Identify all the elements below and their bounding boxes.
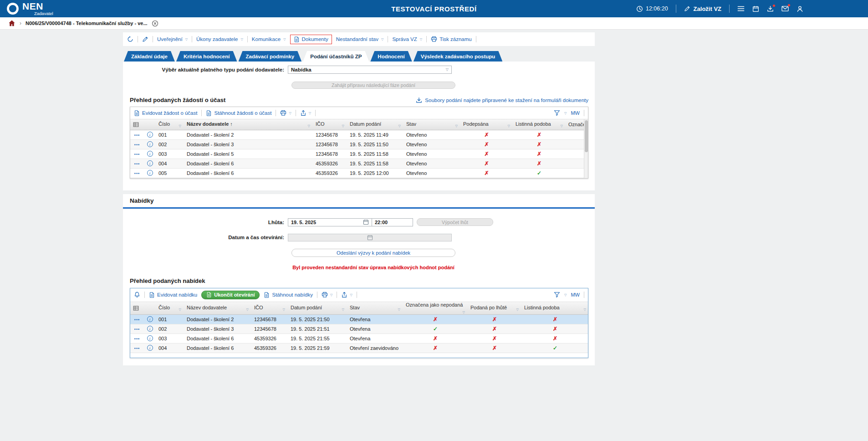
filter-button[interactable] (554, 292, 560, 298)
menu-nestandardni-stav[interactable]: Nestandardní stav▽ (336, 36, 384, 42)
col-stav[interactable]: Stav▽ (347, 302, 403, 315)
table-row[interactable]: ••• i 003 Dodavatel - školení 6 45359326… (130, 333, 588, 343)
next-phase-button[interactable]: Zahájit přípravu následující fáze podání (291, 82, 455, 89)
filter-icon[interactable]: ▽ (584, 308, 586, 312)
evidovat-zadost-button[interactable]: Evidovat žádost o účast (134, 110, 197, 116)
mw-button[interactable]: MW (571, 292, 580, 297)
col-ico[interactable]: IČO▽ (251, 302, 288, 315)
col-ico[interactable]: IČO▽ (313, 119, 347, 130)
create-vz-button[interactable]: Založit VZ (684, 5, 721, 12)
type-select[interactable]: Nabídka ▽ (288, 66, 452, 74)
deadline-field[interactable]: 19. 5. 2025 (288, 218, 372, 226)
menu-sprava-vz[interactable]: Správa VZ▽ (392, 36, 422, 42)
col-nazev-dodavatele[interactable]: Název dodavatele▽ (184, 302, 251, 315)
row-actions-icon[interactable]: ••• (134, 327, 140, 332)
info-icon[interactable]: i (147, 170, 153, 176)
filter-icon[interactable]: ▽ (463, 311, 465, 314)
menu-icon[interactable] (737, 5, 745, 12)
scrollbar-thumb[interactable] (585, 120, 588, 152)
podani-files-link[interactable]: Soubory podání najdete připravené ke sta… (416, 97, 588, 103)
breadcrumb-item[interactable]: N006/25/V00004748 - Telekomunikační služ… (26, 21, 148, 26)
filter-icon[interactable]: ▽ (179, 124, 181, 128)
calendar-icon[interactable] (363, 219, 369, 225)
tab-kriteria-hodnoceni[interactable]: Kritéria hodnocení (176, 51, 237, 62)
col-nazev-dodavatele[interactable]: Název dodavatele↑▽ (184, 119, 313, 130)
table-row[interactable]: ••• i 004 Dodavatel - školení 6 45359326… (130, 159, 588, 168)
col-podana-po-lhute[interactable]: Podaná po lhůtě▽ (468, 302, 521, 315)
table-row[interactable]: ••• i 002 Dodavatel - školení 3 12345678… (130, 139, 588, 149)
info-icon[interactable]: i (147, 316, 153, 322)
filter-icon[interactable]: ▽ (455, 124, 458, 128)
col-select[interactable] (130, 119, 156, 130)
table-row[interactable]: ••• i 001 Dodavatel - školení 2 12345678… (130, 130, 588, 139)
info-icon[interactable]: i (147, 141, 153, 147)
messages-icon[interactable] (781, 5, 789, 12)
col-cislo[interactable]: Číslo▽ (156, 302, 184, 315)
info-icon[interactable]: i (147, 326, 153, 332)
calendar-icon[interactable] (752, 5, 759, 12)
filter-icon[interactable]: ▽ (508, 124, 510, 128)
tab-zakladni-udaje[interactable]: Základní údaje (124, 51, 175, 62)
tab-vysledek-zadavaciho-postupu[interactable]: Výsledek zadávacího postupu (414, 51, 503, 62)
table-row[interactable]: ••• i 002 Dodavatel - školení 3 12345678… (130, 324, 588, 333)
row-actions-icon[interactable]: ••• (134, 171, 140, 176)
send-call-button[interactable]: Odeslání výzvy k podání nabídek (291, 249, 455, 257)
table-scrollbar[interactable] (584, 119, 588, 178)
row-actions-icon[interactable]: ••• (134, 318, 140, 322)
table-row[interactable]: ••• i 005 Dodavatel - školení 6 45359326… (130, 168, 588, 178)
row-actions-icon[interactable]: ••• (134, 133, 140, 138)
calc-deadlines-button[interactable]: Výpočet lhůt (417, 218, 493, 226)
col-datum-podani[interactable]: Datum podání▽ (347, 119, 403, 130)
filter-icon[interactable]: ▽ (308, 124, 310, 128)
filter-icon[interactable]: ▽ (398, 124, 401, 128)
info-icon[interactable]: i (147, 335, 153, 341)
col-podepsana[interactable]: Podepsána▽ (460, 119, 513, 130)
info-icon[interactable]: i (147, 345, 153, 351)
info-icon[interactable]: i (147, 132, 153, 138)
home-icon[interactable] (8, 20, 15, 27)
stahnout-nabidky-button[interactable]: Stáhnout nabídky (264, 292, 313, 298)
row-actions-icon[interactable]: ••• (134, 346, 140, 351)
tab-podani-ucastniku-zp[interactable]: Podání účastníků ZP (303, 51, 369, 62)
col-select[interactable] (130, 302, 156, 315)
tab-zadavaci-podminky[interactable]: Zadávací podmínky (239, 51, 302, 62)
evidovat-nabidku-button[interactable]: Evidovat nabídku (149, 292, 197, 298)
filter-icon[interactable]: ▽ (516, 308, 519, 312)
filter-icon[interactable]: ▽ (283, 308, 285, 312)
stahnout-zadosti-button[interactable]: Stáhnout žádosti o účast (206, 110, 271, 116)
col-datum-podani[interactable]: Datum podání▽ (288, 302, 347, 315)
history-button[interactable] (127, 36, 133, 42)
col-stav[interactable]: Stav▽ (403, 119, 460, 130)
row-actions-icon[interactable]: ••• (134, 143, 140, 147)
info-icon[interactable]: i (147, 151, 153, 157)
menu-komunikace[interactable]: Komunikace▽ (252, 36, 286, 42)
row-actions-icon[interactable]: ••• (134, 337, 140, 341)
profile-icon[interactable] (797, 5, 803, 12)
col-oznacena-jako-nepodana[interactable]: Označena jako nepodaná▽ (403, 302, 468, 315)
filter-icon[interactable]: ▽ (179, 308, 181, 312)
deadline-time-field[interactable]: 22:00 (372, 218, 413, 226)
edit-record-button[interactable] (142, 36, 148, 42)
print-table-button[interactable]: ▽ (280, 110, 291, 116)
filter-button[interactable] (554, 110, 560, 116)
col-listinna-podoba[interactable]: Listinná podoba▽ (513, 119, 566, 130)
print-table-button[interactable]: ▽ (322, 292, 332, 298)
menu-tisk-zaznamu[interactable]: Tisk záznamu (431, 36, 472, 42)
table-row[interactable]: ••• i 001 Dodavatel - školení 2 12345678… (130, 314, 588, 324)
menu-uverejneni[interactable]: Uveřejnění▽ (157, 36, 188, 42)
filter-icon[interactable]: ▽ (342, 124, 344, 128)
filter-icon[interactable]: ▽ (246, 308, 249, 312)
menu-ukony-zadavatele[interactable]: Úkony zadavatele▽ (196, 36, 243, 42)
downloads-icon[interactable] (767, 5, 774, 12)
menu-dokumenty[interactable]: Dokumenty (290, 35, 332, 44)
filter-icon[interactable]: ▽ (398, 308, 400, 312)
col-listinna-podoba[interactable]: Listinná podoba▽ (521, 302, 588, 315)
col-cislo[interactable]: Číslo▽ (156, 119, 184, 130)
filter-icon[interactable]: ▽ (342, 308, 344, 312)
mw-button[interactable]: MW (571, 110, 580, 116)
tab-hodnoceni[interactable]: Hodnocení (370, 51, 412, 62)
export-table-button[interactable]: ▽ (300, 110, 311, 116)
close-record-icon[interactable] (152, 20, 158, 27)
table-row[interactable]: ••• i 004 Dodavatel - školení 6 45359326… (130, 343, 588, 353)
row-actions-icon[interactable]: ••• (134, 162, 140, 166)
